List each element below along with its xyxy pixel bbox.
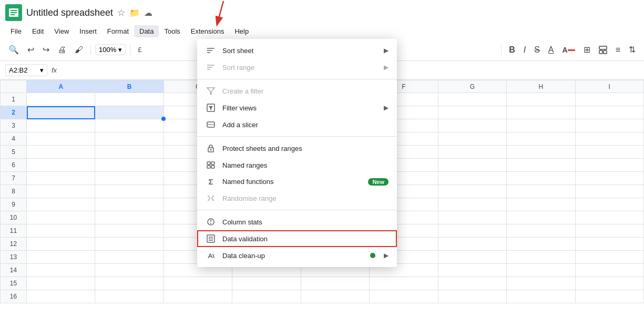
cell-D16[interactable] [232, 290, 301, 303]
cell-I6[interactable] [575, 159, 644, 172]
row-header-2[interactable]: 2 [1, 106, 27, 119]
undo-button[interactable]: ↩ [24, 43, 37, 57]
row-header-15[interactable]: 15 [1, 277, 27, 290]
cell-B10[interactable] [95, 211, 163, 224]
underline-button[interactable]: A [545, 43, 557, 57]
cell-A10[interactable] [27, 211, 95, 224]
borders-button[interactable]: ⊞ [580, 43, 594, 57]
cell-B5[interactable] [95, 146, 163, 159]
row-header-10[interactable]: 10 [1, 211, 27, 224]
cell-A15[interactable] [27, 277, 95, 290]
row-header-3[interactable]: 3 [1, 119, 27, 132]
row-header-5[interactable]: 5 [1, 146, 27, 159]
menu-tools[interactable]: Tools [159, 25, 185, 37]
row-header-12[interactable]: 12 [1, 238, 27, 251]
menu-named-ranges[interactable]: Named ranges [197, 157, 397, 173]
menu-data-cleanup[interactable]: Data clean-up ▶ [197, 247, 397, 264]
cell-B15[interactable] [95, 277, 163, 290]
cell-I4[interactable] [575, 132, 644, 146]
cell-H11[interactable] [507, 224, 575, 238]
cell-G3[interactable] [438, 119, 506, 132]
menu-edit[interactable]: Edit [27, 25, 49, 37]
cell-H12[interactable] [507, 238, 575, 251]
row-header-1[interactable]: 1 [1, 93, 27, 106]
star-icon[interactable]: ☆ [117, 7, 125, 18]
col-header-H[interactable]: H [507, 80, 575, 93]
cell-A8[interactable] [27, 185, 95, 198]
cell-G10[interactable] [438, 211, 506, 224]
menu-named-functions[interactable]: Σ Named functions New [197, 173, 397, 190]
zoom-control[interactable]: 100% ▾ [95, 44, 126, 55]
cell-H2[interactable] [507, 106, 575, 119]
cell-H1[interactable] [507, 93, 575, 106]
cell-H14[interactable] [507, 264, 575, 277]
cell-I10[interactable] [575, 211, 644, 224]
cell-I13[interactable] [575, 251, 644, 264]
row-header-16[interactable]: 16 [1, 290, 27, 303]
v-align-button[interactable]: ⇅ [626, 43, 639, 57]
cell-G9[interactable] [438, 198, 506, 211]
menu-extensions[interactable]: Extensions [186, 25, 230, 37]
cell-B11[interactable] [95, 224, 163, 238]
cell-A16[interactable] [27, 290, 95, 303]
cell-G13[interactable] [438, 251, 506, 264]
cell-I14[interactable] [575, 264, 644, 277]
merge-button[interactable] [596, 44, 610, 56]
menu-help[interactable]: Help [229, 25, 254, 37]
cell-I11[interactable] [575, 224, 644, 238]
cell-F15[interactable] [370, 277, 438, 290]
cell-D15[interactable] [232, 277, 301, 290]
search-button[interactable]: 🔍 [5, 43, 22, 57]
strikethrough-button[interactable]: S [531, 43, 543, 57]
cell-H10[interactable] [507, 211, 575, 224]
menu-column-stats[interactable]: Column stats [197, 213, 397, 230]
cell-G8[interactable] [438, 185, 506, 198]
cell-B9[interactable] [95, 198, 163, 211]
cell-B16[interactable] [95, 290, 163, 303]
format-painter-button[interactable]: 🖌 [71, 43, 86, 57]
col-header-B[interactable]: B [95, 80, 163, 93]
cell-H9[interactable] [507, 198, 575, 211]
cell-B8[interactable] [95, 185, 163, 198]
cell-I7[interactable] [575, 172, 644, 185]
col-header-A[interactable]: A [27, 80, 95, 93]
cell-B6[interactable] [95, 159, 163, 172]
menu-data[interactable]: Data [134, 25, 159, 37]
cell-reference[interactable]: A2:B2 ▾ [5, 64, 47, 76]
cell-F16[interactable] [370, 290, 438, 303]
cell-G2[interactable] [438, 106, 506, 119]
cell-H6[interactable] [507, 159, 575, 172]
cell-G6[interactable] [438, 159, 506, 172]
cell-A5[interactable] [27, 146, 95, 159]
row-header-13[interactable]: 13 [1, 251, 27, 264]
cell-B7[interactable] [95, 172, 163, 185]
cell-I16[interactable] [575, 290, 644, 303]
cell-A9[interactable] [27, 198, 95, 211]
cell-G16[interactable] [438, 290, 506, 303]
cell-A4[interactable] [27, 132, 95, 146]
redo-button[interactable]: ↪ [39, 43, 53, 57]
cell-B1[interactable] [95, 93, 163, 106]
cell-A6[interactable] [27, 159, 95, 172]
cell-A7[interactable] [27, 172, 95, 185]
currency-button[interactable]: £ [135, 44, 145, 56]
cell-I2[interactable] [575, 106, 644, 119]
cell-H8[interactable] [507, 185, 575, 198]
cell-I9[interactable] [575, 198, 644, 211]
menu-protect-sheets[interactable]: Protect sheets and ranges [197, 140, 397, 157]
row-header-9[interactable]: 9 [1, 198, 27, 211]
cell-G7[interactable] [438, 172, 506, 185]
row-header-6[interactable]: 6 [1, 159, 27, 172]
menu-view[interactable]: View [49, 25, 74, 37]
fill-color-button[interactable]: A [559, 44, 578, 56]
cell-I3[interactable] [575, 119, 644, 132]
cell-H7[interactable] [507, 172, 575, 185]
cell-E16[interactable] [301, 290, 369, 303]
cell-G11[interactable] [438, 224, 506, 238]
cell-A3[interactable] [27, 119, 95, 132]
cloud-icon[interactable]: ☁ [144, 8, 152, 18]
bold-button[interactable]: B [506, 43, 518, 57]
cell-A11[interactable] [27, 224, 95, 238]
cell-B13[interactable] [95, 251, 163, 264]
cell-G5[interactable] [438, 146, 506, 159]
